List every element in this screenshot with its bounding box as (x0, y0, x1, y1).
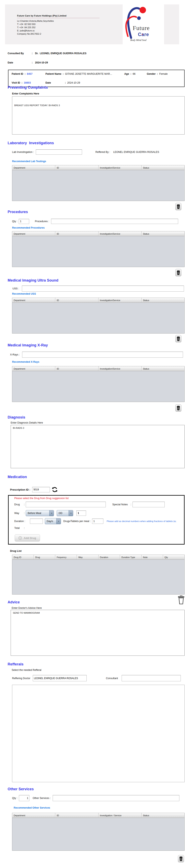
recommended-other-services-link: Recommended Other Services (14, 806, 50, 809)
other-services-input[interactable] (53, 795, 179, 801)
fraction-hint: Please add as decimal numbers when addin… (107, 520, 176, 522)
consult-date-line: Date : 2024-10-29 (8, 61, 48, 64)
consulted-by-label: Consulted By (8, 52, 32, 55)
refresh-prescription-button[interactable] (51, 487, 58, 493)
consultant-label: Consultant (106, 677, 118, 680)
company-logo: Future Ca♥re Body Mind Soul (123, 3, 164, 45)
chevron-down-icon: ▼ (69, 510, 73, 516)
referral-list-box[interactable] (12, 685, 185, 782)
drug-label: Drug (14, 503, 24, 506)
trash-icon (177, 270, 180, 275)
uss-clear-button[interactable] (175, 335, 181, 342)
recommended-procedures-link: Recommended Procedures (12, 226, 45, 229)
trash-outline-icon (178, 595, 185, 604)
procedures-qty-label: Qty : (12, 220, 17, 223)
procedures-title: Procedures (8, 210, 28, 214)
special-notes-input[interactable] (133, 502, 165, 507)
uss-input[interactable] (22, 286, 184, 291)
duration-label: Duration : (14, 520, 30, 523)
consulted-by-value: Dr. LEONEL ENRIQUE GUERRA ROSALES (35, 52, 86, 55)
recommended-xrays-link: Recommended X-Rays (12, 361, 39, 363)
advice-clear-button[interactable] (178, 595, 185, 606)
way-row: Way : Before Meal ▼ OD ▼ (14, 510, 86, 516)
other-services-qty-input[interactable] (19, 795, 29, 801)
diagnosis-textarea[interactable]: BI-RADS 3 (11, 425, 185, 468)
uss-table: Department ID Investigation/Service Stat… (12, 298, 185, 334)
add-drug-button[interactable]: + Add Drug (15, 534, 40, 541)
lab-clear-button[interactable] (175, 203, 181, 210)
lab-table-header: Department ID Investigation/Service Stat… (12, 165, 184, 170)
visit-id-value: 16603 (24, 81, 31, 84)
procedures-input[interactable] (51, 219, 178, 224)
logo-word-future: Future (133, 25, 150, 31)
way-select[interactable]: Before Meal ▼ (26, 510, 54, 516)
lab-investigation-row: Lab Investingation : Reffered By : LEONE… (12, 149, 159, 155)
duration-unit-select[interactable]: Day/s ▼ (45, 518, 61, 524)
logo-tagline: Body Mind Soul (130, 39, 147, 42)
consult-date-value: 2024-10-29 (35, 61, 48, 64)
complaints-label: Enter Complaints Here (12, 92, 39, 95)
patient-id-cell: Patient ID:8457 (12, 72, 45, 75)
consultant-input[interactable] (122, 675, 181, 681)
way-select-value: Before Meal (26, 510, 49, 516)
drug-list-table-header: Drug ID Drug Fequency Way Duration Durat… (12, 555, 184, 560)
duration-input[interactable] (30, 519, 43, 524)
procedures-qty-input[interactable] (19, 219, 29, 224)
prescription-row: Prescription ID : (10, 487, 58, 493)
lab-table: Department ID Investigation/Service Stat… (12, 165, 185, 201)
per-meal-input[interactable] (92, 519, 103, 524)
patient-info-box: Patient ID:8457 Patient Name:GITANE JOSE… (8, 70, 185, 87)
other-services-title: Other Services (8, 787, 34, 791)
uss-row: USS : (12, 286, 184, 291)
referrals-subtitle: Select the needed Refferal (12, 669, 41, 672)
xray-table: Department ID Investigation/Service Stat… (12, 366, 185, 402)
lab-investigation-input[interactable] (36, 149, 82, 155)
drug-list-table: Drug ID Drug Fequency Way Duration Durat… (12, 555, 185, 594)
drug-list-label: Drug List (10, 549, 22, 552)
lab-investigation-label: Lab Investingation : (12, 151, 34, 153)
recommended-lab-testings-link: Recommended Lab Testings (12, 160, 46, 163)
company-phone1: T: +24 82 593 593 (17, 23, 100, 26)
prescription-id-input[interactable] (32, 487, 50, 492)
procedures-table: Department ID Investigation/Service Stat… (12, 231, 185, 267)
xray-clear-button[interactable] (175, 404, 181, 412)
company-email: E: jude@future.sc (17, 29, 100, 32)
other-services-label: Other Services : (33, 797, 51, 800)
company-phone2: T: +24 84 225 252 (17, 26, 100, 29)
letterhead-panel: Future Care by Future Holdings (Pty) Lim… (5, 4, 179, 44)
trash-icon (177, 336, 180, 341)
other-services-table-header: Department ID Investigation / Service St… (12, 813, 184, 818)
other-services-clear-button[interactable] (178, 855, 184, 862)
lab-referred-by-label: Reffered By : (95, 151, 110, 153)
frequency-select-value: OD (57, 510, 69, 516)
other-services-qty-label: Qty : (12, 797, 17, 800)
procedures-clear-button[interactable] (175, 269, 181, 276)
drug-suggestion-hint: Please select the Drug from Drug suggess… (14, 497, 69, 500)
procedures-row: Qty : Procedures : (12, 219, 178, 224)
advice-label: Enter Doctor's Advice Here (12, 607, 42, 610)
xray-label: X-Rays : (10, 353, 20, 356)
xray-table-header: Department ID Investigation/Service Stat… (12, 366, 184, 371)
frequency-select[interactable]: OD ▼ (57, 510, 73, 516)
total-label: Total (14, 527, 24, 529)
logo-word-care: Ca♥re (138, 32, 149, 37)
patient-gender-value: Female (159, 72, 168, 75)
xray-input[interactable] (22, 352, 183, 358)
drug-input[interactable] (26, 502, 106, 507)
company-name: Future Care by Future Holdings (Pty) Lim… (17, 14, 100, 18)
trash-icon (179, 856, 183, 861)
refresh-icon (52, 487, 58, 492)
visit-date-cell: Date:2024-10-29 (45, 81, 80, 84)
drug-row: Drug : Special Notes : (14, 502, 165, 507)
visit-date-value: 2024-10-29 (67, 81, 80, 84)
presenting-complaints-title: Presenting Complaints (8, 85, 48, 90)
uss-table-header: Department ID Investigation/Service Stat… (12, 298, 184, 303)
dose-input[interactable] (76, 510, 86, 516)
procedures-table-header: Department ID Investigation/Service Stat… (12, 231, 184, 236)
company-address: Le Chainter,Victoria,Mahe,Seychelles (17, 19, 100, 23)
lab-referred-by-value: LEONEL ENRIQUE GUERRA ROSALES (113, 151, 159, 153)
patient-gender-cell: Gender:Female (147, 72, 168, 75)
advice-textarea[interactable]: SEND TO MAMMOGRAM (11, 610, 185, 656)
complaints-textarea[interactable]: BREAST USS REPORT TODAY: BI-RADS 3 (12, 96, 185, 134)
referring-doctor-input[interactable] (33, 675, 87, 681)
